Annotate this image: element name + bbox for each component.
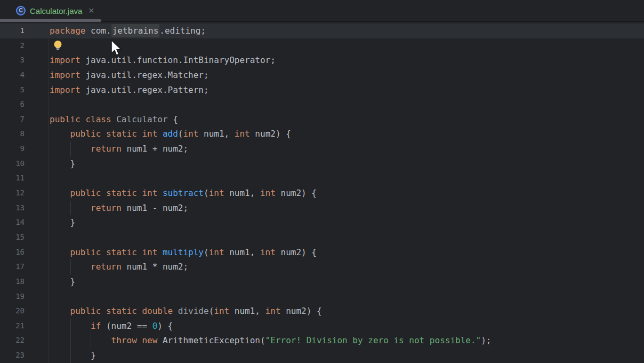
line-number[interactable]: 22 (0, 333, 25, 348)
indent-guide (70, 319, 71, 334)
code-line[interactable]: 21 if (num2 == 0) { (0, 319, 644, 334)
line-number[interactable]: 1 (0, 23, 25, 38)
line-code: public static int multiply(int num1, int… (50, 245, 317, 260)
code-line[interactable]: 4import java.util.regex.Matcher; (0, 68, 644, 83)
code-line[interactable]: 10 } (0, 156, 644, 171)
line-code: } (50, 348, 96, 363)
code-line[interactable]: 6 (0, 97, 644, 112)
line-number[interactable]: 10 (0, 156, 25, 171)
code-line[interactable]: 9 return num1 + num2; (0, 141, 644, 156)
code-line[interactable]: 13 return num1 - num2; (0, 201, 644, 216)
line-number[interactable]: 9 (0, 141, 25, 156)
line-code: import java.util.function.IntBinaryOpera… (50, 53, 276, 68)
ide-window: C Calculator.java ✕ 1package com.jetbrai… (0, 0, 644, 363)
line-number[interactable]: 21 (0, 319, 25, 334)
line-code: } (50, 156, 75, 171)
line-code: public static double divide(int num1, in… (50, 304, 322, 319)
code-line[interactable]: 17 return num1 * num2; (0, 259, 644, 274)
code-line[interactable]: 2 (0, 38, 644, 53)
line-number[interactable]: 16 (0, 245, 25, 260)
line-number[interactable]: 17 (0, 259, 25, 274)
line-code: public static int subtract(int num1, int… (50, 186, 317, 201)
java-class-icon: C (16, 6, 26, 15)
code-line[interactable]: 5import java.util.regex.Pattern; (0, 83, 644, 98)
code-line[interactable]: 8 public static int add(int num1, int nu… (0, 127, 644, 141)
line-code: import java.util.regex.Pattern; (50, 83, 209, 98)
code-line[interactable]: 18 } (0, 274, 644, 289)
indent-guide (91, 333, 91, 348)
tab-title: Calculator.java (30, 6, 82, 15)
code-line[interactable]: 23 } (0, 348, 644, 363)
tab-calculator-java[interactable]: C Calculator.java ✕ (0, 0, 101, 21)
code-line[interactable]: 19 (0, 289, 644, 304)
line-number[interactable]: 20 (0, 304, 25, 319)
line-code: throw new ArithmeticException("Error! Di… (50, 333, 491, 348)
line-code: public static int add(int num1, int num2… (50, 127, 291, 141)
line-number[interactable]: 11 (0, 171, 25, 186)
line-number[interactable]: 12 (0, 186, 25, 201)
line-code: } (50, 274, 75, 289)
code-line[interactable]: 20 public static double divide(int num1,… (0, 304, 644, 319)
line-code: if (num2 == 0) { (50, 319, 173, 334)
code-line[interactable]: 16 public static int multiply(int num1, … (0, 245, 644, 260)
line-number[interactable]: 3 (0, 53, 25, 68)
line-number[interactable]: 14 (0, 215, 25, 230)
code-line[interactable]: 11 (0, 171, 644, 186)
line-number[interactable]: 19 (0, 289, 25, 304)
indent-guide (70, 141, 71, 156)
line-number[interactable]: 6 (0, 97, 25, 112)
line-number[interactable]: 23 (0, 348, 25, 363)
code-line[interactable]: 15 (0, 230, 644, 245)
line-code: package com.jetbrains.editing; (50, 23, 206, 38)
code-line[interactable]: 12 public static int subtract(int num1, … (0, 186, 644, 201)
code-editor[interactable]: 1package com.jetbrains.editing;23import … (0, 22, 644, 363)
editor-tab-bar: C Calculator.java ✕ (0, 0, 644, 22)
indent-guide (70, 259, 71, 274)
line-code: public class Calculator { (50, 112, 178, 127)
line-code: } (50, 215, 75, 230)
line-code: import java.util.regex.Matcher; (50, 68, 209, 83)
highlighted-identifier: jetbrains (111, 24, 160, 37)
line-number[interactable]: 15 (0, 230, 25, 245)
line-number[interactable]: 8 (0, 127, 25, 141)
code-line[interactable]: 14 } (0, 215, 644, 230)
intention-bulb-icon[interactable] (53, 40, 62, 52)
line-number[interactable]: 13 (0, 201, 25, 216)
code-line[interactable]: 1package com.jetbrains.editing; (0, 23, 644, 38)
line-number[interactable]: 5 (0, 83, 25, 98)
close-tab-icon[interactable]: ✕ (88, 6, 94, 15)
line-number[interactable]: 4 (0, 68, 25, 83)
line-number[interactable]: 7 (0, 112, 25, 127)
code-line[interactable]: 22 throw new ArithmeticException("Error!… (0, 333, 644, 348)
code-line[interactable]: 3import java.util.function.IntBinaryOper… (0, 53, 644, 68)
line-number[interactable]: 18 (0, 274, 25, 289)
line-number[interactable]: 2 (0, 38, 25, 53)
indent-guide (70, 333, 71, 348)
indent-guide (70, 348, 71, 363)
indent-guide (70, 201, 71, 216)
code-line[interactable]: 7public class Calculator { (0, 112, 644, 127)
